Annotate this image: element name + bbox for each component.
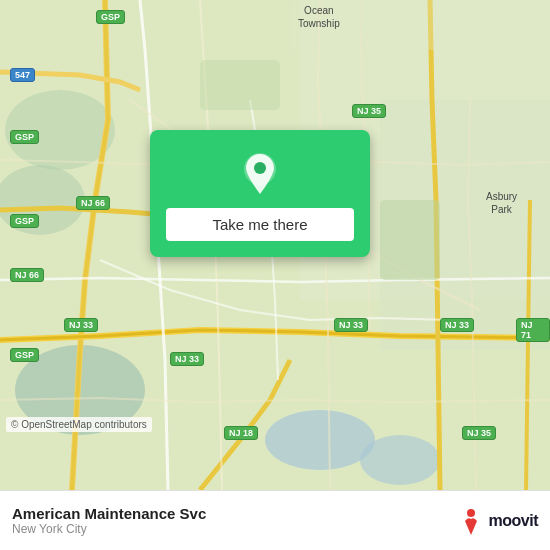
road-badge-nj33-left: NJ 33 [64, 318, 98, 332]
svg-point-12 [254, 162, 266, 174]
road-badge-nj66-mid: NJ 66 [76, 196, 110, 210]
bottom-bar: American Maintenance Svc New York City m… [0, 490, 550, 550]
road-badge-nj33-far: NJ 33 [440, 318, 474, 332]
svg-point-13 [467, 509, 475, 517]
road-badge-nj35-lower: NJ 35 [462, 426, 496, 440]
road-badge-nj18: NJ 18 [224, 426, 258, 440]
road-badge-nj33-right: NJ 33 [334, 318, 368, 332]
road-badge-gsp-left2: GSP [10, 214, 39, 228]
road-badge-nj33-center: NJ 33 [170, 352, 204, 366]
road-badge-gsp-lower: GSP [10, 348, 39, 362]
road-badge-gsp-left1: GSP [10, 130, 39, 144]
road-badge-547: 547 [10, 68, 35, 82]
road-badge-gsp-top: GSP [96, 10, 125, 24]
location-card: Take me there [150, 130, 370, 257]
location-title: American Maintenance Svc [12, 505, 457, 522]
road-badge-nj35-top: NJ 35 [352, 104, 386, 118]
ocean-township-label: OceanTownship [298, 4, 340, 30]
svg-point-4 [265, 410, 375, 470]
svg-rect-8 [380, 200, 440, 280]
bottom-bar-info: American Maintenance Svc New York City [12, 505, 457, 536]
moovit-brand-icon [457, 507, 485, 535]
road-badge-nj66-lower: NJ 66 [10, 268, 44, 282]
map-attribution: © OpenStreetMap contributors [6, 417, 152, 432]
location-pin-icon [236, 150, 284, 198]
road-badge-nj71: NJ 71 [516, 318, 550, 342]
map-container: GSP 547 GSP NJ 66 GSP NJ 66 GSP NJ 33 NJ… [0, 0, 550, 490]
svg-point-5 [360, 435, 440, 485]
asbury-park-label: AsburyPark [486, 190, 517, 216]
moovit-text: moovit [489, 512, 538, 530]
location-subtitle: New York City [12, 522, 457, 536]
moovit-logo: moovit [457, 507, 538, 535]
take-me-there-button[interactable]: Take me there [166, 208, 354, 241]
svg-rect-9 [200, 60, 280, 110]
